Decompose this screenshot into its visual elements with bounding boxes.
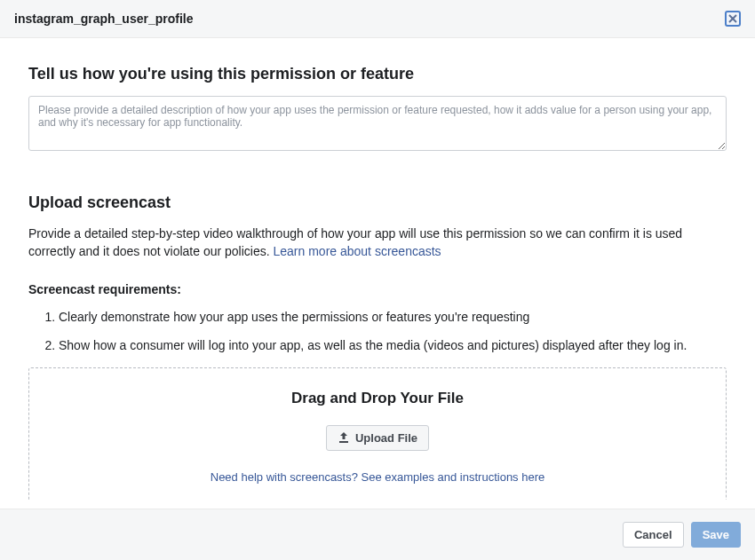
- modal-header: instagram_graph_user_profile: [0, 0, 755, 38]
- close-button[interactable]: [725, 11, 741, 27]
- usage-description-input[interactable]: [28, 96, 727, 151]
- upload-icon: [338, 431, 350, 444]
- save-button[interactable]: Save: [691, 522, 741, 548]
- file-dropzone[interactable]: Drag and Drop Your File Upload File Need…: [28, 367, 727, 500]
- learn-more-link[interactable]: Learn more about screencasts: [273, 244, 441, 258]
- screencast-help-link[interactable]: Need help with screencasts? See examples…: [38, 470, 717, 484]
- usage-heading: Tell us how you're using this permission…: [28, 65, 727, 83]
- upload-file-button[interactable]: Upload File: [326, 425, 429, 451]
- list-item: Clearly demonstrate how your app uses th…: [59, 309, 727, 325]
- modal-footer: Cancel Save: [0, 509, 755, 560]
- modal-body: Tell us how you're using this permission…: [0, 38, 755, 500]
- cancel-button[interactable]: Cancel: [623, 522, 684, 548]
- list-item: Show how a consumer will log into your a…: [59, 337, 727, 353]
- screencast-heading: Upload screencast: [28, 193, 727, 212]
- dropzone-title: Drag and Drop Your File: [38, 390, 717, 407]
- upload-button-label: Upload File: [355, 431, 417, 445]
- close-icon: [728, 14, 737, 23]
- svg-rect-2: [339, 441, 348, 443]
- requirements-heading: Screencast requirements:: [28, 282, 727, 296]
- screencast-description: Provide a detailed step-by-step video wa…: [28, 225, 727, 261]
- requirements-list: Clearly demonstrate how your app uses th…: [28, 309, 727, 353]
- modal-title: instagram_graph_user_profile: [14, 12, 194, 26]
